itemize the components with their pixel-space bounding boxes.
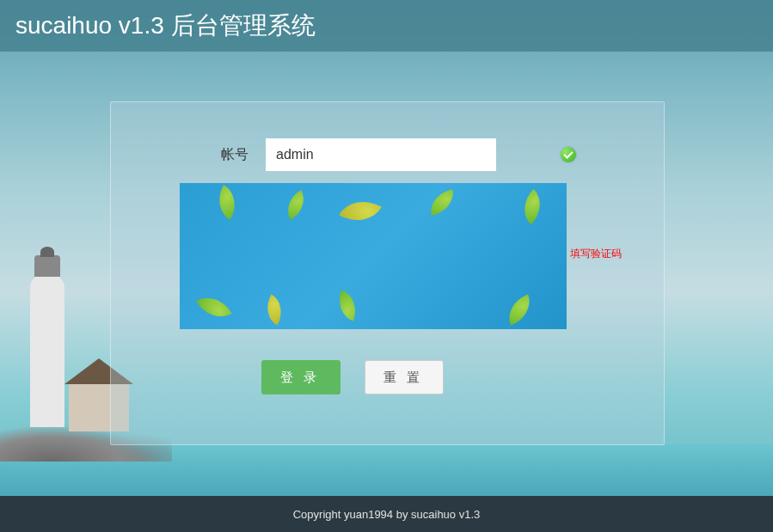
account-input[interactable] bbox=[266, 138, 496, 171]
app-title: sucaihuo v1.3 后台管理系统 bbox=[15, 9, 316, 42]
copyright-text: Copyright yuan1994 by sucaihuo v1.3 bbox=[293, 508, 481, 521]
check-icon bbox=[561, 147, 576, 162]
reset-button[interactable]: 重置 bbox=[365, 360, 444, 394]
footer-bar: Copyright yuan1994 by sucaihuo v1.3 bbox=[0, 496, 773, 532]
button-row: 登录 重置 bbox=[261, 360, 444, 394]
login-panel: 帐号 填写验证码 登录 重置 bbox=[110, 101, 665, 445]
account-row: 帐号 bbox=[188, 138, 576, 171]
captcha-error-message: 填写验证码 bbox=[570, 247, 622, 261]
account-label: 帐号 bbox=[188, 146, 248, 164]
captcha-image[interactable] bbox=[180, 183, 567, 329]
header-bar: sucaihuo v1.3 后台管理系统 bbox=[0, 0, 773, 52]
login-button[interactable]: 登录 bbox=[261, 360, 340, 394]
